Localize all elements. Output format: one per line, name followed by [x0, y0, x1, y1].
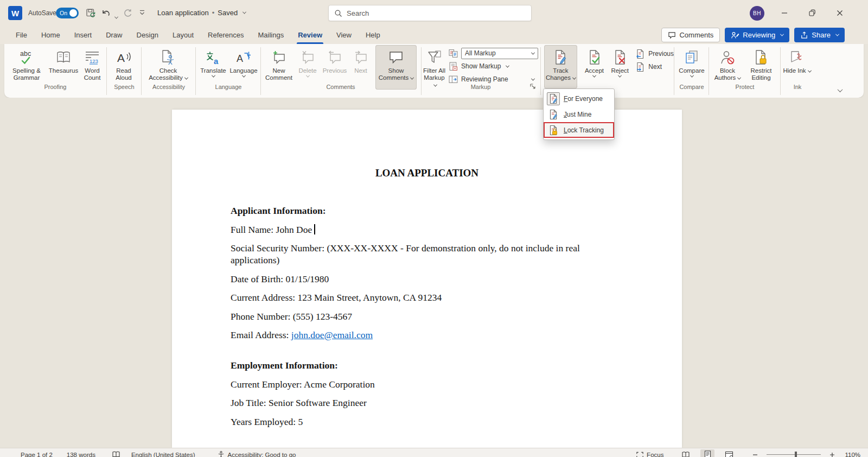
block-authors-button[interactable]: Block Authors [711, 45, 744, 90]
collapse-ribbon-icon[interactable] [836, 85, 842, 94]
share-button[interactable]: Share [794, 28, 845, 42]
block-authors-icon [719, 48, 736, 67]
tab-review[interactable]: Review [291, 26, 329, 44]
accept-button[interactable]: Accept [582, 45, 607, 90]
tab-references[interactable]: References [201, 26, 251, 44]
tab-insert[interactable]: Insert [67, 26, 99, 44]
restore-icon [808, 9, 816, 17]
zoom-in-button[interactable] [825, 449, 839, 457]
tab-draw[interactable]: Draw [99, 26, 129, 44]
thesaurus-button[interactable]: Thesaurus [48, 45, 79, 90]
translate-icon: a [205, 48, 221, 67]
previous-comment-button[interactable]: Previous [320, 45, 349, 90]
filter-all-markup-button[interactable]: Filter All Markup [423, 45, 445, 90]
document-title-menu[interactable]: Loan application • Saved [157, 9, 246, 17]
group-divider [780, 47, 781, 95]
markup-dialog-launcher-icon[interactable] [529, 83, 536, 90]
compare-button[interactable]: Compare [676, 45, 707, 90]
word-count-button[interactable]: 123 Word Count [79, 45, 105, 90]
next-comment-button[interactable]: Next [349, 45, 372, 90]
web-layout-button[interactable] [722, 449, 736, 457]
autosave-toggle[interactable]: On [56, 8, 79, 18]
proofing-status-icon[interactable] [112, 450, 120, 457]
zoom-slider-thumb[interactable] [795, 452, 797, 457]
undo-menu-chevron-icon[interactable] [113, 11, 118, 21]
doc-heading-applicant: Applicant Information: [231, 205, 605, 217]
chevron-down-icon [506, 64, 509, 67]
comments-button[interactable]: Comments [661, 28, 720, 42]
menu-item-lock-tracking[interactable]: Lock Tracking [544, 122, 614, 138]
reject-button[interactable]: Reject [608, 45, 631, 90]
tab-help[interactable]: Help [359, 26, 387, 44]
doc-line-job-title: Job Title: Senior Software Engineer [231, 397, 605, 409]
display-for-review-select[interactable]: All Markup [461, 48, 538, 59]
read-aloud-button[interactable]: A Read Aloud [108, 45, 139, 90]
chevron-down-icon [531, 50, 535, 54]
chevron-down-icon [410, 76, 414, 80]
delete-comment-icon [300, 48, 316, 67]
zoom-slider[interactable] [767, 454, 821, 455]
show-markup-button[interactable]: Show Markup [449, 60, 538, 73]
undo-icon[interactable] [101, 8, 112, 18]
word-count-indicator[interactable]: 138 words [67, 452, 95, 457]
thesaurus-icon [55, 48, 72, 67]
restore-button[interactable] [802, 5, 822, 21]
customize-toolbar-icon[interactable] [138, 8, 146, 17]
group-ink: Hide Ink Ink [782, 45, 813, 92]
chevron-down-icon [305, 74, 309, 78]
chevron-down-icon [737, 76, 741, 80]
account-avatar[interactable]: BH [750, 6, 764, 21]
save-icon[interactable] [86, 8, 96, 18]
email-link[interactable]: john.doe@email.com [291, 329, 373, 340]
group-divider [421, 47, 422, 95]
new-comment-button[interactable]: New Comment [263, 45, 295, 90]
menu-label-for-everyone: For Everyone [564, 95, 603, 103]
previous-change-button[interactable]: Previous [635, 47, 674, 60]
check-accessibility-button[interactable]: Check Accessibility [143, 45, 193, 90]
tab-home[interactable]: Home [34, 26, 67, 44]
menu-item-just-mine[interactable]: Just Mine [544, 106, 614, 122]
chevron-down-icon [531, 77, 535, 80]
top-actions: Comments Reviewing Share [661, 28, 845, 42]
text-cursor [314, 224, 315, 234]
tab-mailings[interactable]: Mailings [251, 26, 291, 44]
next-change-button[interactable]: Next [635, 60, 674, 73]
translate-button[interactable]: a Translate [197, 45, 229, 90]
redo-icon[interactable] [123, 8, 133, 18]
page-indicator[interactable]: Page 1 of 2 [21, 452, 53, 457]
spelling-grammar-button[interactable]: abc Spelling & Grammar [5, 45, 48, 90]
print-layout-button[interactable] [700, 449, 714, 457]
minimize-button[interactable] [774, 5, 795, 21]
filter-markup-icon [426, 48, 443, 67]
tab-file[interactable]: File [9, 26, 34, 44]
reviewing-button[interactable]: Reviewing [725, 28, 789, 42]
menu-item-for-everyone[interactable]: For Everyone [544, 91, 614, 106]
title-chevron-icon [242, 10, 246, 14]
track-changes-button[interactable]: Track Changes [544, 45, 577, 88]
language-button[interactable]: A Language [229, 45, 258, 90]
close-button[interactable] [829, 5, 850, 21]
document-page[interactable]: LOAN APPLICATION Applicant Information: … [172, 110, 682, 448]
language-indicator[interactable]: English (United States) [131, 452, 195, 457]
zoom-level[interactable]: 110% [845, 452, 860, 457]
tab-layout[interactable]: Layout [165, 26, 201, 44]
accessibility-status[interactable]: Accessibility: Good to go [217, 450, 296, 457]
zoom-out-button[interactable] [748, 449, 762, 457]
comment-bubble-icon [668, 31, 676, 39]
group-language: a Translate A Language Language [197, 45, 259, 92]
next-change-icon [635, 62, 645, 72]
delete-comment-button[interactable]: Delete [295, 45, 320, 90]
tab-design[interactable]: Design [130, 26, 165, 44]
search-input[interactable]: Search [328, 5, 532, 21]
hide-ink-button[interactable]: Hide Ink [782, 45, 812, 90]
previous-change-label: Previous [648, 50, 674, 58]
focus-button[interactable]: Focus [636, 451, 663, 457]
group-divider [674, 47, 674, 95]
comments-button-label: Comments [679, 31, 713, 39]
restrict-editing-button[interactable]: Restrict Editing [744, 45, 778, 90]
tab-view[interactable]: View [329, 26, 359, 44]
doc-heading-employment: Employment Information: [231, 359, 605, 371]
read-mode-button[interactable] [679, 449, 693, 457]
accept-icon [586, 48, 603, 67]
show-comments-button[interactable]: Show Comments [375, 45, 417, 90]
